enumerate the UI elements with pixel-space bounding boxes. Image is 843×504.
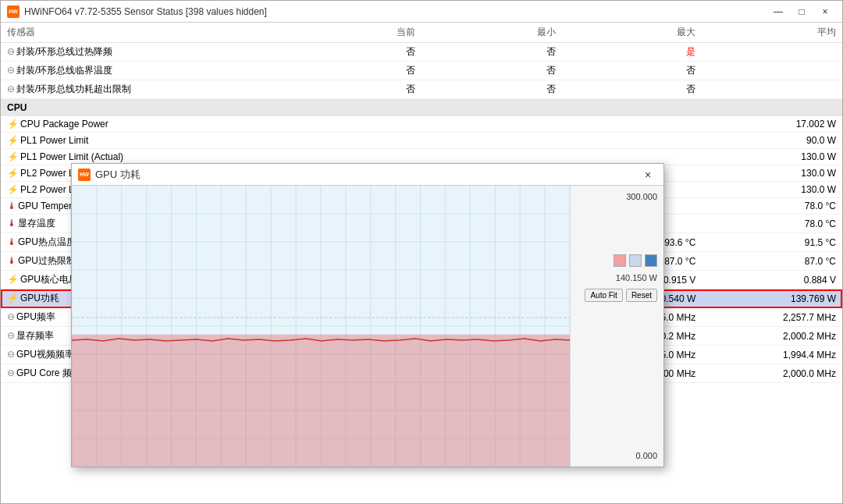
- row-avg: 17.002 W: [702, 116, 842, 133]
- row-current: [281, 116, 422, 133]
- lightning-icon: ⚡: [7, 135, 19, 146]
- row-avg: 91.5 °C: [702, 233, 842, 252]
- row-max: [562, 116, 702, 133]
- row-avg: 78.0 °C: [702, 215, 842, 233]
- swatch-lightblue[interactable]: [629, 254, 642, 267]
- row-label: ⚡PL1 Power Limit: [1, 133, 281, 149]
- chart-sidebar: 300.000 140.150 W Auto Fit Reset 0.000: [570, 186, 663, 467]
- lightning-icon: ⚡: [7, 184, 19, 195]
- chart-max-label: 300.000: [577, 192, 657, 201]
- chart-zero-label: 0.000: [577, 451, 657, 460]
- row-label: ⊖封装/环形总线过热降频: [1, 43, 281, 62]
- row-current: [281, 133, 422, 149]
- col-min: 最小: [422, 23, 562, 43]
- row-avg: [702, 43, 842, 62]
- col-max: 最大: [562, 23, 702, 43]
- window-title: HWiNFO64 v7.72-5355 Sensor Status [398 v…: [24, 6, 267, 17]
- row-min: [422, 133, 562, 149]
- lightning-icon: ⚡: [7, 293, 19, 303]
- row-min: 否: [422, 43, 562, 62]
- window-controls: — □ ×: [767, 4, 836, 20]
- row-min: 否: [422, 80, 562, 99]
- table-row[interactable]: ⚡CPU Package Power17.002 W: [1, 116, 842, 133]
- maximize-button[interactable]: □: [791, 4, 813, 20]
- minus-icon: ⊖: [7, 46, 15, 57]
- row-min: [422, 116, 562, 133]
- table-row[interactable]: ⊖封装/环形总线过热降频否否是: [1, 43, 842, 62]
- row-min: 否: [422, 62, 562, 80]
- minus-icon: ⊖: [7, 65, 15, 76]
- row-avg: 87.0 °C: [702, 252, 842, 271]
- row-current: 否: [281, 80, 422, 99]
- swatch-pink[interactable]: [614, 254, 626, 267]
- row-max: 否: [562, 80, 702, 99]
- lightning-icon: ⚡: [7, 274, 19, 285]
- title-bar: HW HWiNFO64 v7.72-5355 Sensor Status [39…: [1, 1, 842, 23]
- row-avg: [702, 80, 842, 99]
- lightning-icon: ⚡: [7, 119, 19, 130]
- row-current: 否: [281, 43, 422, 62]
- thermometer-icon: 🌡: [7, 255, 16, 266]
- row-label: ⚡CPU Package Power: [1, 116, 281, 133]
- col-current: 当前: [281, 23, 422, 43]
- swatch-blue[interactable]: [645, 254, 657, 267]
- lightning-icon: ⚡: [7, 151, 19, 162]
- row-avg: 130.0 W: [702, 149, 842, 165]
- main-window: HW HWiNFO64 v7.72-5355 Sensor Status [39…: [0, 0, 843, 504]
- popup-close-button[interactable]: ×: [638, 167, 657, 183]
- row-avg: 2,000.2 MHz: [702, 327, 842, 346]
- row-max: [562, 133, 702, 149]
- row-avg: 78.0 °C: [702, 198, 842, 215]
- minimize-button[interactable]: —: [767, 4, 789, 20]
- minus-icon: ⊖: [7, 83, 15, 94]
- thermometer-icon: 🌡: [7, 236, 16, 247]
- popup-icon: HW: [78, 169, 91, 181]
- app-icon: HW: [7, 5, 20, 18]
- svg-rect-32: [72, 335, 570, 467]
- popup-title-left: HW GPU 功耗: [78, 168, 140, 182]
- reset-button[interactable]: Reset: [626, 289, 657, 302]
- title-bar-left: HW HWiNFO64 v7.72-5355 Sensor Status [39…: [7, 5, 267, 18]
- chart-buttons: Auto Fit Reset: [577, 289, 657, 302]
- thermometer-icon: 🌡: [7, 218, 16, 229]
- row-avg: [702, 62, 842, 80]
- row-label: ⊖封装/环形总线临界温度: [1, 62, 281, 80]
- row-max: 是: [562, 43, 702, 62]
- table-container: 传感器 当前 最小 最大 平均 ⊖封装/环形总线过热降频否否是⊖封装/环形总线临…: [1, 23, 842, 503]
- row-avg: 90.0 W: [702, 133, 842, 149]
- row-avg: 130.0 W: [702, 165, 842, 182]
- chart-svg: [72, 186, 570, 467]
- color-swatches: [577, 254, 657, 267]
- col-sensor: 传感器: [1, 23, 281, 43]
- table-row[interactable]: ⊖封装/环形总线功耗超出限制否否否: [1, 80, 842, 99]
- chart-current-value-label: 140.150 W: [577, 273, 657, 282]
- close-button[interactable]: ×: [814, 4, 836, 20]
- lightning-icon: ⚡: [7, 168, 19, 179]
- row-label: ⊖封装/环形总线功耗超出限制: [1, 80, 281, 99]
- row-avg: 2,257.7 MHz: [702, 308, 842, 327]
- minus-icon: ⊖: [7, 330, 15, 341]
- table-row[interactable]: ⊖封装/环形总线临界温度否否否: [1, 62, 842, 80]
- col-avg: 平均: [702, 23, 842, 43]
- row-avg: 139.769 W: [702, 289, 842, 308]
- row-avg: 0.884 V: [702, 271, 842, 289]
- minus-icon: ⊖: [7, 367, 15, 378]
- section-header-row: CPU: [1, 99, 842, 117]
- minus-icon: ⊖: [7, 311, 15, 322]
- popup-title-bar: HW GPU 功耗 ×: [72, 164, 663, 186]
- chart-area: [72, 186, 570, 467]
- minus-icon: ⊖: [7, 349, 15, 360]
- table-row[interactable]: ⚡PL1 Power Limit90.0 W: [1, 133, 842, 149]
- popup-body: 300.000 140.150 W Auto Fit Reset 0.000: [72, 186, 663, 467]
- gpu-power-popup: HW GPU 功耗 ×: [71, 163, 664, 467]
- row-avg: 130.0 W: [702, 182, 842, 198]
- auto-fit-button[interactable]: Auto Fit: [585, 289, 622, 302]
- table-header: 传感器 当前 最小 最大 平均: [1, 23, 842, 43]
- popup-title-text: GPU 功耗: [95, 168, 140, 182]
- thermometer-icon: 🌡: [7, 201, 16, 211]
- row-max: 否: [562, 62, 702, 80]
- row-avg: 1,994.4 MHz: [702, 346, 842, 364]
- row-current: 否: [281, 62, 422, 80]
- row-avg: 2,000.0 MHz: [702, 364, 842, 383]
